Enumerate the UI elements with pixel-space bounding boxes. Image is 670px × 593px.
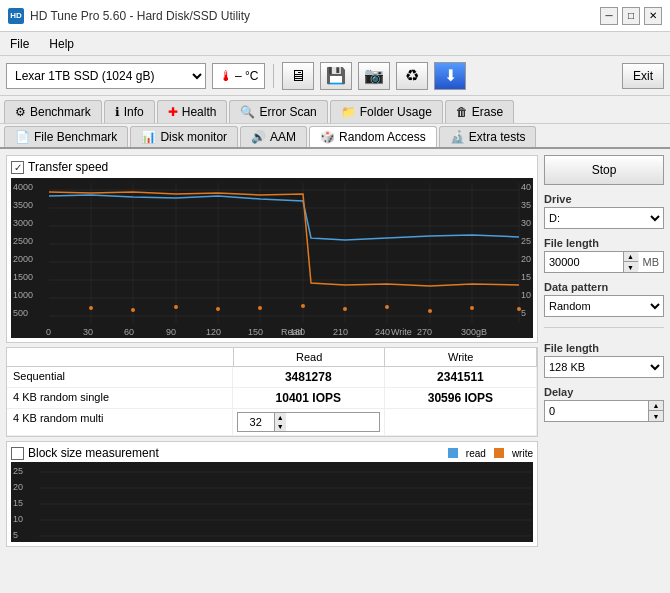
- legend-write-dot: [494, 448, 504, 458]
- svg-text:30: 30: [83, 327, 93, 337]
- svg-point-37: [174, 305, 178, 309]
- svg-text:4000: 4000: [13, 182, 33, 192]
- tab-benchmark[interactable]: ⚙ Benchmark: [4, 100, 102, 123]
- exit-button[interactable]: Exit: [622, 63, 664, 89]
- 4kb-multi-spinner-col: ▲ ▼: [233, 409, 385, 435]
- bottom-chart-title: Block size measurement: [28, 446, 159, 460]
- access-time-dots: [89, 304, 521, 313]
- block-size-checkbox[interactable]: [11, 447, 24, 460]
- tab-benchmark-label: Benchmark: [30, 105, 91, 119]
- delay-down[interactable]: ▼: [649, 411, 663, 421]
- maximize-button[interactable]: □: [622, 7, 640, 25]
- error-scan-icon: 🔍: [240, 105, 255, 119]
- window-controls: ─ □ ✕: [600, 7, 662, 25]
- drive-dropdown[interactable]: D:: [544, 207, 664, 229]
- minimize-button[interactable]: ─: [600, 7, 618, 25]
- tab-info[interactable]: ℹ Info: [104, 100, 155, 123]
- svg-text:35: 35: [521, 200, 531, 210]
- delay-input[interactable]: [545, 401, 648, 421]
- multi-spinner-input[interactable]: [238, 413, 274, 431]
- toolbar-btn-3[interactable]: 📷: [358, 62, 390, 90]
- tab-info-label: Info: [124, 105, 144, 119]
- svg-text:2000: 2000: [13, 254, 33, 264]
- data-pattern-label: Data pattern: [544, 281, 664, 293]
- bottom-chart-section: Block size measurement read write 25 20 …: [6, 441, 538, 547]
- tab-health[interactable]: ✚ Health: [157, 100, 228, 123]
- right-section-divider: [544, 327, 664, 334]
- svg-text:240: 240: [375, 327, 390, 337]
- col-label-header: [7, 348, 234, 366]
- toolbar-btn-2[interactable]: 💾: [320, 62, 352, 90]
- tab-file-benchmark[interactable]: 📄 File Benchmark: [4, 126, 128, 147]
- multi-spinner[interactable]: ▲ ▼: [237, 412, 380, 432]
- delay-spinner-btns: ▲ ▼: [648, 401, 663, 421]
- svg-text:10: 10: [13, 514, 23, 524]
- tab-file-benchmark-label: File Benchmark: [34, 130, 117, 144]
- tab-error-scan[interactable]: 🔍 Error Scan: [229, 100, 327, 123]
- svg-text:3500: 3500: [13, 200, 33, 210]
- menu-help[interactable]: Help: [43, 35, 80, 53]
- file-length-up[interactable]: ▲: [624, 252, 638, 262]
- tab-erase-label: Erase: [472, 105, 503, 119]
- svg-point-44: [470, 306, 474, 310]
- 4kb-multi-write: [385, 409, 537, 435]
- file-length-unit: MB: [638, 254, 664, 270]
- title-bar: HD HD Tune Pro 5.60 - Hard Disk/SSD Util…: [0, 0, 670, 32]
- tab-extra-tests[interactable]: 🔬 Extra tests: [439, 126, 537, 147]
- svg-text:25: 25: [13, 466, 23, 476]
- svg-text:90: 90: [166, 327, 176, 337]
- main-content: ✓ Transfer speed 4000 3500 3000 2500 200…: [0, 149, 670, 593]
- sequential-read: 3481278: [233, 367, 385, 387]
- data-pattern-dropdown[interactable]: Random: [544, 295, 664, 317]
- transfer-speed-checkbox[interactable]: ✓: [11, 161, 24, 174]
- svg-text:500: 500: [13, 308, 28, 318]
- tab-extra-tests-icon: 🔬: [450, 130, 465, 144]
- tab-folder-usage[interactable]: 📁 Folder Usage: [330, 100, 443, 123]
- stop-button[interactable]: Stop: [544, 155, 664, 185]
- drive-select[interactable]: Lexar 1TB SSD (1024 gB): [6, 63, 206, 89]
- svg-text:270: 270: [417, 327, 432, 337]
- bottom-chart-title-wrap: Block size measurement: [11, 446, 159, 460]
- tab-disk-monitor-icon: 📊: [141, 130, 156, 144]
- toolbar-separator: [273, 64, 274, 88]
- multi-spinner-up[interactable]: ▲: [274, 413, 286, 422]
- tab-erase[interactable]: 🗑 Erase: [445, 100, 514, 123]
- temp-display: 🌡 – °C: [212, 63, 265, 89]
- data-pattern-section: Data pattern Random: [544, 281, 664, 317]
- file-length-input[interactable]: [545, 252, 623, 272]
- tab-disk-monitor[interactable]: 📊 Disk monitor: [130, 126, 238, 147]
- toolbar-btn-5[interactable]: ⬇: [434, 62, 466, 90]
- tab-random-access[interactable]: 🎲 Random Access: [309, 126, 437, 147]
- file-length-spinner-btns: ▲ ▼: [623, 252, 638, 272]
- bottom-chart-legend: read write: [448, 448, 533, 459]
- toolbar-btn-4[interactable]: ♻: [396, 62, 428, 90]
- tab-aam[interactable]: 🔊 AAM: [240, 126, 307, 147]
- file-length-section: File length ▲ ▼ MB: [544, 237, 664, 273]
- svg-text:15: 15: [521, 272, 531, 282]
- tab-bar-2: 📄 File Benchmark 📊 Disk monitor 🔊 AAM 🎲 …: [0, 124, 670, 149]
- svg-text:2500: 2500: [13, 236, 33, 246]
- tab-extra-tests-label: Extra tests: [469, 130, 526, 144]
- tab-random-access-label: Random Access: [339, 130, 426, 144]
- stats-row-sequential: Sequential 3481278 2341511: [7, 367, 537, 388]
- svg-point-36: [131, 308, 135, 312]
- multi-spinner-down[interactable]: ▼: [274, 422, 286, 431]
- toolbar: Lexar 1TB SSD (1024 gB) 🌡 – °C 🖥 💾 📷 ♻ ⬇…: [0, 56, 670, 96]
- file-length-input-group: ▲ ▼ MB: [544, 251, 664, 273]
- toolbar-btn-1[interactable]: 🖥: [282, 62, 314, 90]
- drive-label: Drive: [544, 193, 664, 205]
- delay-up[interactable]: ▲: [649, 401, 663, 411]
- svg-text:120: 120: [206, 327, 221, 337]
- bottom-file-length-dropdown[interactable]: 128 KB: [544, 356, 664, 378]
- file-length-down[interactable]: ▼: [624, 262, 638, 272]
- tab-error-scan-label: Error Scan: [259, 105, 316, 119]
- menu-file[interactable]: File: [4, 35, 35, 53]
- close-button[interactable]: ✕: [644, 7, 662, 25]
- bottom-file-length-label: File length: [544, 342, 664, 354]
- delay-section: Delay ▲ ▼: [544, 386, 664, 422]
- 4kb-single-write: 30596 IOPS: [385, 388, 537, 408]
- chart-section: ✓ Transfer speed 4000 3500 3000 2500 200…: [6, 155, 538, 343]
- 4kb-single-label: 4 KB random single: [7, 388, 233, 408]
- svg-text:5: 5: [521, 308, 526, 318]
- bottom-chart-header: Block size measurement read write: [11, 446, 533, 460]
